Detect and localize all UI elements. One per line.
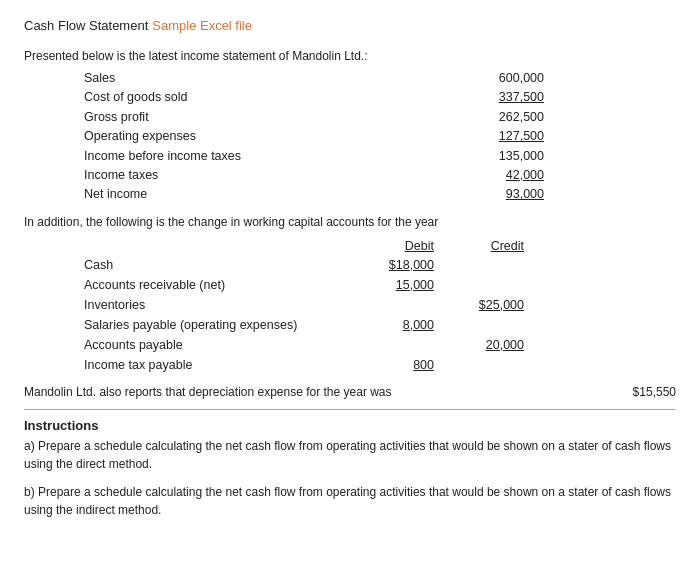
title-bar: Cash Flow Statement Sample Excel file <box>24 18 676 33</box>
section-divider <box>24 409 676 410</box>
intro-text: Presented below is the latest income sta… <box>24 49 676 63</box>
wc-row-label: Cash <box>84 255 344 275</box>
wc-row-credit <box>434 255 524 275</box>
wc-row-credit: 20,000 <box>434 335 524 355</box>
income-row: Income before income taxes135,000 <box>84 147 544 166</box>
wc-row-label: Income tax payable <box>84 355 344 375</box>
income-row-label: Net income <box>84 185 464 204</box>
income-row-label: Operating expenses <box>84 127 464 146</box>
wc-label-header <box>84 239 344 253</box>
income-row-value: 93,000 <box>464 185 544 204</box>
income-row-value: 135,000 <box>464 147 544 166</box>
income-row-value: 600,000 <box>464 69 544 88</box>
income-row-label: Sales <box>84 69 464 88</box>
wc-row-debit: 8,000 <box>344 315 434 335</box>
income-row-label: Income before income taxes <box>84 147 464 166</box>
instruction-a: a) Prepare a schedule calculating the ne… <box>24 437 676 473</box>
wc-row-credit: $25,000 <box>434 295 524 315</box>
wc-data-row: Accounts receivable (net)15,000 <box>84 275 676 295</box>
wc-data-row: Salaries payable (operating expenses)8,0… <box>84 315 676 335</box>
wc-row-credit <box>434 355 524 375</box>
income-row: Income taxes42,000 <box>84 166 544 185</box>
wc-data-row: Income tax payable800 <box>84 355 676 375</box>
instruction-b: b) Prepare a schedule calculating the ne… <box>24 483 676 519</box>
income-row: Sales600,000 <box>84 69 544 88</box>
wc-row-debit: $18,000 <box>344 255 434 275</box>
income-statement-table: Sales600,000Cost of goods sold337,500Gro… <box>84 69 676 205</box>
wc-debit-header: Debit <box>344 239 434 253</box>
income-row-value: 127,500 <box>464 127 544 146</box>
income-row-value: 337,500 <box>464 88 544 107</box>
depreciation-value: $15,550 <box>633 385 676 399</box>
wc-data-row: Accounts payable20,000 <box>84 335 676 355</box>
income-row-value: 262,500 <box>464 108 544 127</box>
wc-row-debit: 800 <box>344 355 434 375</box>
wc-row-debit <box>344 295 434 315</box>
income-row: Operating expenses127,500 <box>84 127 544 146</box>
income-row-label: Income taxes <box>84 166 464 185</box>
wc-row-label: Salaries payable (operating expenses) <box>84 315 344 335</box>
wc-row-debit: 15,000 <box>344 275 434 295</box>
working-capital-table: Debit Credit Cash$18,000Accounts receiva… <box>84 239 676 375</box>
income-row-label: Cost of goods sold <box>84 88 464 107</box>
excel-link[interactable]: Sample Excel file <box>152 18 252 33</box>
income-row: Cost of goods sold337,500 <box>84 88 544 107</box>
wc-data-row: Cash$18,000 <box>84 255 676 275</box>
wc-row-credit <box>434 275 524 295</box>
working-capital-intro: In addition, the following is the change… <box>24 215 676 229</box>
wc-row-debit <box>344 335 434 355</box>
wc-credit-header: Credit <box>434 239 524 253</box>
wc-row-label: Accounts receivable (net) <box>84 275 344 295</box>
income-row: Gross profit262,500 <box>84 108 544 127</box>
wc-row-credit <box>434 315 524 335</box>
depreciation-label: Mandolin Ltd. also reports that deprecia… <box>24 385 625 399</box>
wc-row-label: Accounts payable <box>84 335 344 355</box>
wc-header-row: Debit Credit <box>84 239 676 253</box>
wc-row-label: Inventories <box>84 295 344 315</box>
income-row-value: 42,000 <box>464 166 544 185</box>
income-row-label: Gross profit <box>84 108 464 127</box>
instructions-title: Instructions <box>24 418 676 433</box>
page-title: Cash Flow Statement <box>24 18 148 33</box>
depreciation-row: Mandolin Ltd. also reports that deprecia… <box>24 385 676 399</box>
wc-data-row: Inventories$25,000 <box>84 295 676 315</box>
income-row: Net income93,000 <box>84 185 544 204</box>
instructions-section: Instructions a) Prepare a schedule calcu… <box>24 418 676 519</box>
